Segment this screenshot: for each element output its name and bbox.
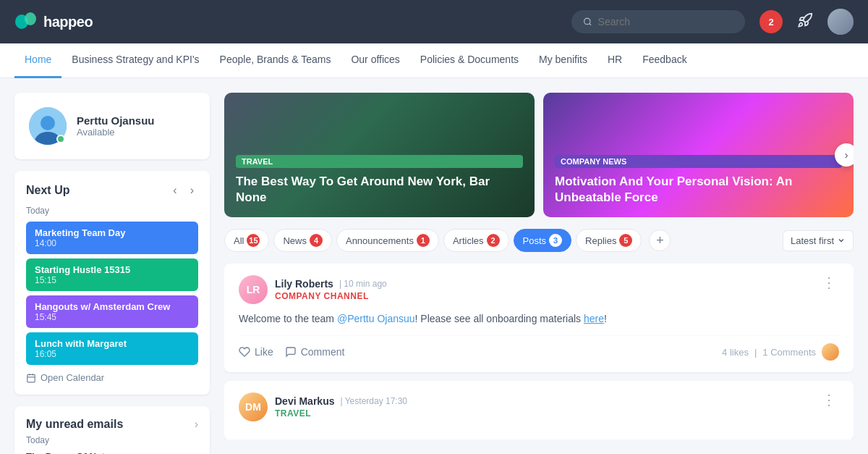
filter-articles-badge: 2 <box>487 234 500 247</box>
calendar-item-time-3: 16:05 <box>35 349 190 359</box>
filter-replies-label: Replies <box>585 235 616 246</box>
sort-button[interactable]: Latest first <box>783 230 854 251</box>
post-channel-1: TRAVEL <box>275 408 407 419</box>
post-channel-0: COMPANY CHANNEL <box>275 291 387 301</box>
filter-articles-label: Articles <box>453 235 484 246</box>
calendar-item-title-0: Marketing Team Day <box>35 227 190 238</box>
profile-status: Available <box>77 127 155 138</box>
filter-replies-badge: 5 <box>619 234 632 247</box>
main-nav: Home Business Strategy and KPI's People,… <box>0 43 868 78</box>
post-likes-count: 4 likes <box>722 347 749 358</box>
hero-title-1: Motivation And Your Personal Vision: An … <box>555 174 842 206</box>
calendar-item-title-3: Lunch with Margaret <box>35 338 190 349</box>
filter-replies[interactable]: Replies 5 <box>576 229 642 252</box>
online-status-dot <box>56 135 65 143</box>
chevron-down-icon <box>837 236 846 245</box>
calendar-item-0[interactable]: Marketing Team Day 14:00 <box>26 222 198 254</box>
search-input[interactable] <box>598 16 733 28</box>
calendar-item-time-2: 15:45 <box>35 312 190 322</box>
next-up-card: Next Up ‹ › Today Marketing Team Day 14:… <box>14 171 210 395</box>
comment-button-0[interactable]: Comment <box>285 346 345 358</box>
search-icon <box>583 17 592 27</box>
next-up-date-label: Today <box>26 206 198 216</box>
post-card-1: DM Devi Markus | Yesterday 17:30 TRAVEL … <box>224 381 854 440</box>
profile-name: Perttu Ojansuu <box>77 114 155 127</box>
nav-item-benifits[interactable]: My benifits <box>529 43 597 78</box>
filter-posts[interactable]: Posts 3 <box>514 229 572 252</box>
happeo-logo-icon <box>14 10 38 33</box>
profile-avatar <box>29 107 67 145</box>
post-body-0: Welcome to the team @Perttu Ojansuu! Ple… <box>239 311 839 327</box>
heart-icon <box>239 346 250 358</box>
user-avatar[interactable] <box>827 9 854 35</box>
emails-card: My unread emails › Today The Power Of No… <box>14 406 210 454</box>
open-calendar-label: Open Calendar <box>41 372 104 383</box>
add-filter-button[interactable]: + <box>649 230 671 251</box>
calendar-item-3[interactable]: Lunch with Margaret 16:05 <box>26 332 198 365</box>
emails-title: My unread emails <box>26 418 123 431</box>
calendar-item-time-1: 15:15 <box>35 275 190 285</box>
calendar-item-1[interactable]: Starting Hustle 15315 15:15 <box>26 258 198 291</box>
hero-title-0: The Best Way To Get Around New York, Bar… <box>236 174 523 206</box>
nav-item-hr[interactable]: HR <box>597 43 632 78</box>
sort-label: Latest first <box>791 235 834 246</box>
calendar-icon <box>26 373 36 383</box>
rocket-icon[interactable] <box>797 12 813 32</box>
nav-item-people[interactable]: People, Brands & Teams <box>210 43 341 78</box>
next-arrow-button[interactable]: › <box>186 182 198 198</box>
post-avatar-0: LR <box>239 275 268 304</box>
filter-announcements-badge: 1 <box>417 234 430 247</box>
hero-card-1[interactable]: COMPANY NEWS Motivation And Your Persona… <box>543 93 854 217</box>
post-author-name-0: Lily Roberts <box>275 278 333 290</box>
post-stats-0: 4 likes | 1 Comments <box>722 343 839 361</box>
svg-rect-7 <box>27 374 35 382</box>
nav-item-policies[interactable]: Policies & Documents <box>410 43 529 78</box>
sidebar: Perttu Ojansuu Available Next Up ‹ › Tod… <box>14 93 210 440</box>
post-comments-count: 1 Comments <box>762 347 816 358</box>
svg-point-5 <box>41 116 55 130</box>
email-title-0: The Power Of Notes <box>26 451 198 454</box>
filter-all-badge: 15 <box>247 234 260 247</box>
emails-expand-icon[interactable]: › <box>195 418 198 431</box>
notification-badge[interactable]: 2 <box>760 10 783 33</box>
hero-category-1: COMPANY NEWS <box>555 155 842 168</box>
prev-arrow-button[interactable]: ‹ <box>169 182 181 198</box>
post-more-button-1[interactable]: ⋮ <box>819 392 839 407</box>
like-button-0[interactable]: Like <box>239 346 273 358</box>
calendar-item-2[interactable]: Hangouts w/ Amsterdam Crew 15:45 <box>26 295 198 328</box>
hero-card-0[interactable]: TRAVEL The Best Way To Get Around New Yo… <box>224 93 535 217</box>
app-header: happeo 2 <box>0 0 868 43</box>
nav-item-home[interactable]: Home <box>14 43 61 78</box>
post-avatar-1: DM <box>239 392 268 421</box>
nav-item-offices[interactable]: Our offices <box>341 43 409 78</box>
filter-articles[interactable]: Articles 2 <box>443 229 509 252</box>
search-bar[interactable] <box>571 10 745 33</box>
svg-line-3 <box>590 23 591 25</box>
nav-item-feedback[interactable]: Feedback <box>632 43 697 78</box>
filter-all[interactable]: All 15 <box>224 229 269 252</box>
filter-announcements-label: Announcements <box>346 235 414 246</box>
comment-label: Comment <box>301 346 345 358</box>
filter-news-badge: 4 <box>310 234 323 247</box>
calendar-item-title-2: Hangouts w/ Amsterdam Crew <box>35 301 190 312</box>
filter-news[interactable]: News 4 <box>273 229 332 252</box>
calendar-item-title-1: Starting Hustle 15315 <box>35 264 190 275</box>
open-calendar-link[interactable]: Open Calendar <box>26 372 198 383</box>
logo-text: happeo <box>43 14 93 30</box>
post-more-button-0[interactable]: ⋮ <box>819 275 839 290</box>
like-label: Like <box>255 346 273 358</box>
posts-container: LR Lily Roberts | 10 min ago COMPANY CHA… <box>224 264 854 440</box>
post-author-name-1: Devi Markus <box>275 395 334 407</box>
hero-row: TRAVEL The Best Way To Get Around New Yo… <box>224 93 854 217</box>
profile-card: Perttu Ojansuu Available <box>14 93 210 159</box>
email-item-0[interactable]: The Power Of Notes NEW Lily Roberts 09:4… <box>26 451 198 454</box>
hero-next-button[interactable]: › <box>835 143 854 167</box>
content-area: TRAVEL The Best Way To Get Around New Yo… <box>224 93 854 440</box>
nav-item-business[interactable]: Business Strategy and KPI's <box>61 43 209 78</box>
main-content: Perttu Ojansuu Available Next Up ‹ › Tod… <box>0 78 868 454</box>
comment-icon <box>285 346 297 358</box>
filter-posts-badge: 3 <box>549 234 562 247</box>
filter-announcements[interactable]: Announcements 1 <box>336 229 439 252</box>
emails-date-label: Today <box>26 435 198 445</box>
post-link[interactable]: here <box>584 313 604 324</box>
